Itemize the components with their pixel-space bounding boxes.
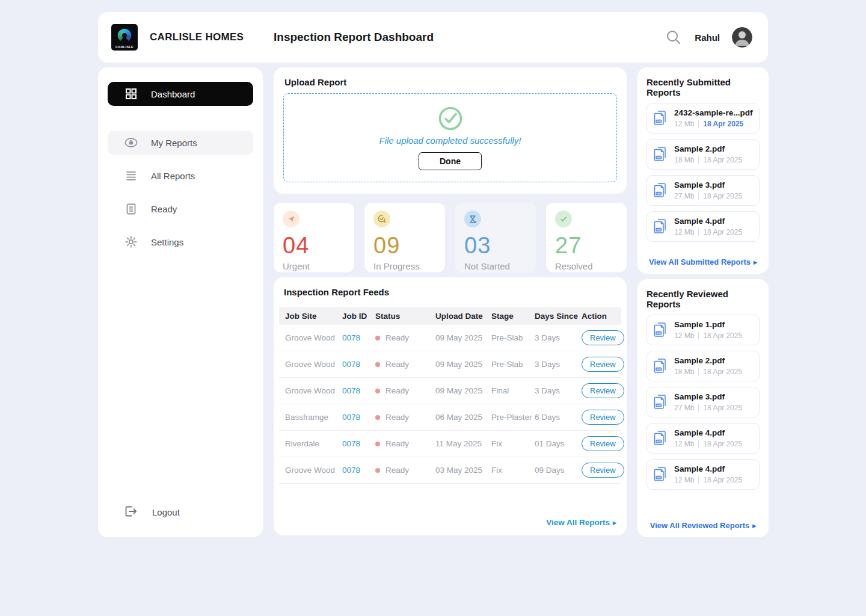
report-meta: 27 Mb 18 Apr 2025 <box>674 192 742 200</box>
stat-card-in-progress: 09 In Progress <box>364 203 445 273</box>
list-item[interactable]: PDF Sample 2.pdf 18 Mb 18 Apr 2025 <box>646 351 760 381</box>
upload-report-card: Upload Report File upload completed succ… <box>274 67 627 194</box>
stage-cell: Pre-Slab <box>491 360 535 369</box>
report-date: 18 Apr 2025 <box>703 120 743 128</box>
review-button[interactable]: Review <box>582 357 624 372</box>
table-row: Groove Wood 0078 Ready 09 May 2025 Pre-S… <box>279 325 621 351</box>
report-info: Sample 4.pdf 12 Mb 18 Apr 2025 <box>674 464 742 484</box>
brand: CARLISLE CARLISLE HOMES <box>111 24 274 51</box>
svg-text:PDF: PDF <box>657 192 660 195</box>
list-item[interactable]: PDF Sample 4.pdf 12 Mb 18 Apr 2025 <box>646 459 760 490</box>
list-item[interactable]: PDF Sample 1.pdf 12 Mb 18 Apr 2025 <box>646 315 760 345</box>
job-site-cell: Groove Wood <box>285 360 342 369</box>
status-cell: Ready <box>375 413 435 422</box>
table-row: Groove Wood 0078 Ready 09 May 2025 Final… <box>279 378 621 404</box>
stat-value-resolved: 27 <box>555 234 618 257</box>
stat-label-in-progress: In Progress <box>373 261 436 271</box>
sidebar-item-label: All Reports <box>151 171 195 181</box>
report-name: Sample 3.pdf <box>674 180 742 189</box>
report-meta: 12 Mb 18 Apr 2025 <box>674 228 742 236</box>
stat-value-in-progress: 09 <box>373 234 436 257</box>
job-id-link[interactable]: 0078 <box>342 360 375 369</box>
brand-name: CARLISLE HOMES <box>150 31 244 43</box>
job-id-link[interactable]: 0078 <box>342 439 375 448</box>
job-id-link[interactable]: 0078 <box>342 386 375 395</box>
logout-button[interactable]: Logout <box>108 505 253 519</box>
pdf-file-icon: PDF <box>653 357 669 375</box>
report-size: 12 Mb <box>674 440 694 448</box>
user-avatar[interactable] <box>732 27 752 48</box>
status-dot-icon <box>375 415 380 420</box>
upload-dropzone[interactable]: File upload completed successfully! Done <box>283 93 617 182</box>
report-meta: 12 Mb 18 Apr 2025 <box>674 440 742 448</box>
report-date: 18 Apr 2025 <box>703 228 742 236</box>
list-item[interactable]: PDF Sample 4.pdf 12 Mb 18 Apr 2025 <box>646 423 760 454</box>
list-item[interactable]: PDF Sample 3.pdf 27 Mb 18 Apr 2025 <box>646 175 760 206</box>
sidebar-item-dashboard[interactable]: Dashboard <box>108 82 253 106</box>
table-row: Groove Wood 0078 Ready 03 May 2025 Fix 0… <box>279 457 621 484</box>
view-all-reports-link[interactable]: View All Reports <box>279 518 621 527</box>
report-meta: 12 Mb 18 Apr 2025 <box>674 120 753 128</box>
meta-divider <box>698 404 699 411</box>
column-header-status: Status <box>375 312 435 321</box>
sidebar-item-my-reports[interactable]: My Reports <box>108 131 253 155</box>
sidebar-item-label: Dashboard <box>151 89 195 99</box>
list-item[interactable]: PDF Sample 4.pdf 12 Mb 18 Apr 2025 <box>646 211 760 242</box>
pdf-file-icon: PDF <box>653 182 669 199</box>
document-lines-icon <box>124 203 138 215</box>
view-all-submitted-link[interactable]: View All Submitted Reports <box>646 251 760 266</box>
search-button[interactable] <box>665 28 683 46</box>
job-site-cell: Groove Wood <box>285 333 342 342</box>
success-check-icon <box>438 106 463 131</box>
sidebar-item-settings[interactable]: Settings <box>108 230 253 254</box>
report-size: 18 Mb <box>674 156 694 164</box>
view-all-reviewed-link[interactable]: View All Reviewed Reports <box>646 515 760 530</box>
review-button[interactable]: Review <box>582 436 624 451</box>
report-name: 2432-sample-re...pdf <box>674 108 753 117</box>
stage-cell: Final <box>491 386 535 395</box>
stat-label-not-started: Not Started <box>464 261 527 271</box>
sidebar-item-ready[interactable]: Ready <box>108 197 253 221</box>
job-id-link[interactable]: 0078 <box>342 333 375 342</box>
job-id-link[interactable]: 0078 <box>342 413 375 422</box>
meta-divider <box>698 192 699 200</box>
report-name: Sample 2.pdf <box>674 356 742 365</box>
report-name: Sample 2.pdf <box>674 144 742 153</box>
report-size: 18 Mb <box>674 368 694 376</box>
meta-divider <box>698 368 699 375</box>
review-button[interactable]: Review <box>582 410 624 425</box>
pdf-file-icon: PDF <box>653 430 669 447</box>
feeds-table-header: Job Site Job ID Status Upload Date Stage… <box>279 307 621 325</box>
stat-value-not-started: 03 <box>464 234 527 257</box>
stage-cell: Fix <box>491 439 535 448</box>
job-site-cell: Bassframge <box>285 413 342 422</box>
table-row: Groove Wood 0078 Ready 09 May 2025 Pre-S… <box>279 351 621 378</box>
list-item[interactable]: PDF 2432-sample-re...pdf 12 Mb 18 Apr 20… <box>646 103 760 134</box>
review-button[interactable]: Review <box>582 383 624 398</box>
review-button[interactable]: Review <box>582 463 624 478</box>
stat-card-resolved: 27 Resolved <box>546 203 627 273</box>
meta-divider <box>698 476 699 484</box>
report-name: Sample 1.pdf <box>674 320 742 329</box>
sidebar-item-all-reports[interactable]: All Reports <box>108 164 253 188</box>
pdf-file-icon: PDF <box>653 109 669 127</box>
report-info: Sample 4.pdf 12 Mb 18 Apr 2025 <box>674 428 742 448</box>
list-item[interactable]: PDF Sample 3.pdf 27 Mb 18 Apr 2025 <box>646 387 760 417</box>
review-button[interactable]: Review <box>582 330 624 345</box>
report-name: Sample 3.pdf <box>674 392 742 401</box>
days-since-cell: 01 Days <box>535 439 582 448</box>
job-id-link[interactable]: 0078 <box>342 466 375 475</box>
report-info: Sample 2.pdf 18 Mb 18 Apr 2025 <box>674 144 742 164</box>
table-row: Bassframge 0078 Ready 06 May 2025 Pre-Pl… <box>279 404 621 431</box>
list-item[interactable]: PDF Sample 2.pdf 18 Mb 18 Apr 2025 <box>646 139 760 170</box>
done-button[interactable]: Done <box>419 152 482 170</box>
recently-reviewed-panel: Recently Reviewed Reports PDF Sample 1.p… <box>637 279 769 537</box>
stat-card-urgent: 04 Urgent <box>274 203 354 273</box>
upload-date-cell: 09 May 2025 <box>435 360 491 369</box>
days-since-cell: 09 Days <box>535 466 582 475</box>
status-dot-icon <box>375 442 380 446</box>
job-site-cell: Groove Wood <box>285 386 342 395</box>
pdf-file-icon: PDF <box>653 321 669 339</box>
upload-date-cell: 09 May 2025 <box>435 386 491 395</box>
report-name: Sample 4.pdf <box>674 428 742 437</box>
